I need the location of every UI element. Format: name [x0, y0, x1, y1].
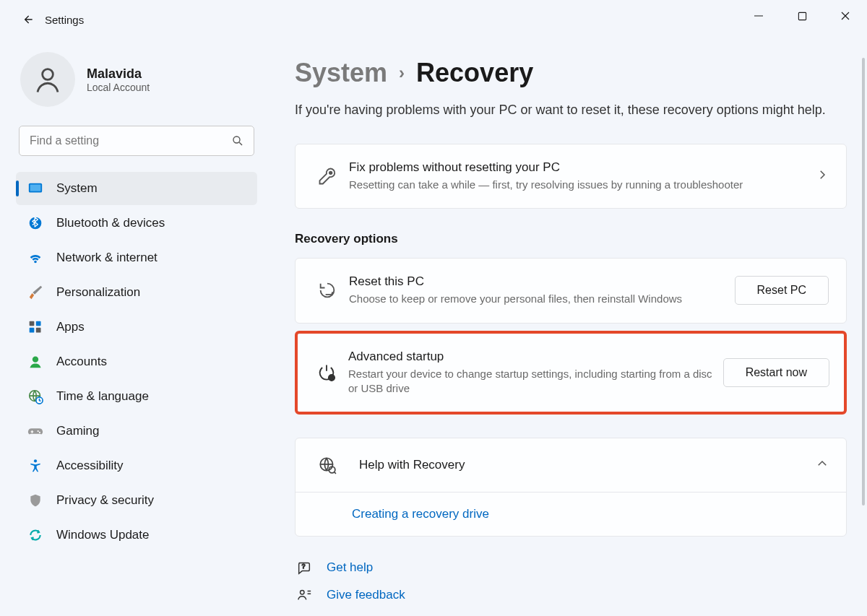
- footer-links: ? Get help Give feedback: [295, 554, 847, 609]
- user-icon: [33, 64, 63, 95]
- sidebar-item-label: Privacy & security: [56, 493, 154, 508]
- window-controls: [737, 0, 867, 32]
- sidebar-item-label: Accounts: [56, 355, 107, 369]
- sidebar-item-accessibility[interactable]: Accessibility: [16, 449, 257, 482]
- help-chat-icon: ?: [295, 560, 314, 576]
- sidebar-item-privacy[interactable]: Privacy & security: [16, 484, 257, 517]
- card-title: Fix problems without resetting your PC: [349, 160, 807, 175]
- sidebar-item-label: System: [56, 181, 98, 196]
- chevron-right-icon: ›: [399, 63, 405, 83]
- sidebar-item-system[interactable]: System: [16, 172, 257, 205]
- sidebar-item-label: Windows Update: [56, 528, 150, 542]
- svg-point-11: [33, 357, 38, 363]
- svg-point-18: [329, 375, 335, 381]
- svg-point-14: [38, 430, 39, 432]
- minimize-button[interactable]: [737, 0, 780, 32]
- wifi-icon: [27, 250, 43, 266]
- sidebar-item-label: Network & internet: [56, 251, 158, 265]
- title-bar: Settings: [0, 0, 867, 39]
- user-block[interactable]: Malavida Local Account: [16, 52, 257, 107]
- main-content: System › Recovery If you're having probl…: [267, 39, 867, 616]
- sidebar-item-gaming[interactable]: Gaming: [16, 415, 257, 448]
- card-title: Reset this PC: [349, 274, 726, 289]
- chevron-up-icon: [816, 457, 829, 473]
- search-input[interactable]: [19, 126, 254, 156]
- fix-problems-card[interactable]: Fix problems without resetting your PC R…: [295, 144, 847, 209]
- link-text: Get help: [327, 560, 373, 575]
- maximize-button[interactable]: [780, 0, 824, 32]
- globe-clock-icon: [27, 389, 43, 404]
- svg-rect-10: [36, 328, 41, 333]
- help-card: Help with Recovery Creating a recovery d…: [295, 438, 847, 537]
- search-wrap: [16, 126, 257, 156]
- svg-point-16: [34, 459, 37, 462]
- svg-point-15: [39, 432, 40, 433]
- reset-icon: [313, 280, 342, 300]
- sidebar: Malavida Local Account System Bluetooth …: [0, 39, 267, 616]
- user-subtitle: Local Account: [87, 82, 150, 93]
- sidebar-item-label: Gaming: [56, 424, 100, 438]
- sidebar-item-label: Accessibility: [56, 459, 124, 473]
- bluetooth-icon: [27, 215, 43, 231]
- svg-rect-1: [798, 12, 806, 19]
- brush-icon: [27, 285, 43, 300]
- svg-rect-8: [36, 321, 41, 326]
- svg-rect-5: [30, 185, 41, 191]
- help-title: Help with Recovery: [342, 458, 465, 472]
- update-icon: [27, 527, 43, 543]
- reset-pc-card: Reset this PC Choose to keep or remove y…: [295, 258, 847, 323]
- scrollbar[interactable]: [862, 58, 865, 506]
- arrow-left-icon: [20, 12, 35, 27]
- advanced-startup-card: Advanced startup Restart your device to …: [295, 331, 847, 415]
- breadcrumb-parent[interactable]: System: [295, 58, 387, 88]
- breadcrumb-current: Recovery: [416, 58, 533, 88]
- back-button[interactable]: [13, 5, 42, 34]
- sidebar-item-label: Bluetooth & devices: [56, 216, 165, 230]
- shield-icon: [27, 493, 43, 508]
- close-icon: [840, 11, 850, 21]
- sidebar-item-time-language[interactable]: Time & language: [16, 380, 257, 413]
- card-desc: Resetting can take a while — first, try …: [349, 178, 807, 192]
- card-desc: Choose to keep or remove your personal f…: [349, 292, 726, 306]
- card-title: Advanced startup: [348, 350, 715, 364]
- card-desc: Restart your device to change startup se…: [348, 367, 715, 396]
- sidebar-item-personalization[interactable]: Personalization: [16, 276, 257, 309]
- gamepad-icon: [27, 423, 43, 439]
- restart-now-button[interactable]: Restart now: [723, 358, 829, 387]
- breadcrumb: System › Recovery: [295, 58, 847, 88]
- power-gear-icon: [312, 363, 341, 383]
- give-feedback-link[interactable]: Give feedback: [295, 581, 847, 609]
- reset-pc-button[interactable]: Reset PC: [735, 276, 829, 305]
- sidebar-item-bluetooth[interactable]: Bluetooth & devices: [16, 207, 257, 240]
- apps-icon: [27, 319, 43, 335]
- svg-text:?: ?: [302, 563, 306, 570]
- sidebar-item-apps[interactable]: Apps: [16, 311, 257, 344]
- sidebar-item-network[interactable]: Network & internet: [16, 241, 257, 274]
- person-icon: [27, 354, 43, 370]
- app-title: Settings: [45, 14, 84, 26]
- svg-point-17: [329, 172, 332, 175]
- sidebar-item-accounts[interactable]: Accounts: [16, 345, 257, 378]
- close-button[interactable]: [824, 0, 867, 32]
- maximize-icon: [798, 12, 807, 21]
- avatar: [20, 52, 75, 107]
- sidebar-item-label: Time & language: [56, 389, 149, 404]
- recovery-options-heading: Recovery options: [295, 232, 847, 246]
- system-icon: [27, 181, 43, 196]
- svg-point-22: [301, 591, 305, 595]
- sidebar-item-label: Apps: [56, 320, 85, 334]
- svg-rect-9: [30, 328, 35, 333]
- svg-rect-7: [30, 321, 35, 326]
- sidebar-item-update[interactable]: Windows Update: [16, 519, 257, 552]
- accessibility-icon: [27, 458, 43, 474]
- globe-search-icon: [313, 456, 342, 474]
- feedback-icon: [295, 587, 314, 603]
- wrench-icon: [313, 166, 342, 186]
- chevron-right-icon: [816, 168, 829, 184]
- get-help-link[interactable]: ? Get help: [295, 554, 847, 581]
- help-link-recovery-drive[interactable]: Creating a recovery drive: [352, 507, 489, 521]
- sidebar-item-label: Personalization: [56, 285, 140, 300]
- svg-point-2: [43, 69, 53, 80]
- help-header[interactable]: Help with Recovery: [296, 438, 846, 492]
- nav-list: System Bluetooth & devices Network & int…: [16, 172, 257, 552]
